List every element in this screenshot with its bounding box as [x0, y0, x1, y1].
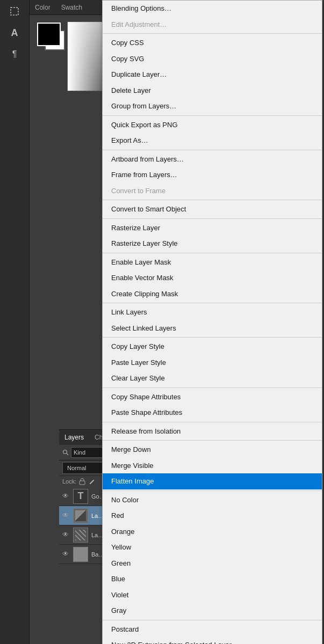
layer-visibility-icon[interactable]: 👁 [62, 492, 71, 501]
tool-marquee[interactable] [4, 1, 25, 21]
menu-item-link-layers[interactable]: Link Layers [103, 304, 322, 320]
layer-visibility-icon-4[interactable]: 👁 [62, 550, 71, 559]
menu-separator-after-convert-to-smart-object [103, 218, 322, 219]
menu-item-group-from-layers[interactable]: Group from Layers… [103, 98, 322, 114]
lock-label: Lock: [62, 478, 76, 485]
layer-thumbnail-2 [73, 508, 88, 523]
svg-line-2 [67, 453, 68, 455]
menu-separator-after-export-as [103, 150, 322, 150]
menu-item-quick-export-png[interactable]: Quick Export as PNG [103, 117, 322, 133]
tab-layers[interactable]: Layers [59, 431, 89, 443]
svg-point-1 [63, 450, 67, 454]
layer-visibility-icon-2[interactable]: 👁 [62, 511, 71, 520]
menu-item-convert-to-smart-object[interactable]: Convert to Smart Object [103, 201, 322, 217]
menu-separator-after-select-linked-layers [103, 337, 322, 338]
menu-item-edit-adjustment: Edit Adjustment… [103, 17, 322, 33]
menu-item-copy-shape-attributes[interactable]: Copy Shape Attributes [103, 389, 322, 405]
menu-item-postcard[interactable]: Postcard [103, 621, 322, 638]
menu-item-paste-layer-style[interactable]: Paste Layer Style [103, 355, 322, 371]
menu-item-release-from-isolation[interactable]: Release from Isolation [103, 423, 322, 440]
brush-icon[interactable] [88, 478, 96, 485]
menu-separator-after-paste-shape-attributes [103, 422, 322, 422]
lock-icon[interactable] [78, 478, 86, 485]
menu-separator-after-gray [103, 620, 322, 620]
menu-item-yellow[interactable]: Yellow [103, 539, 322, 555]
svg-rect-3 [80, 481, 85, 485]
menu-item-duplicate-layer[interactable]: Duplicate Layer… [103, 67, 322, 83]
menu-separator-after-clear-layer-style [103, 387, 322, 388]
menu-item-delete-layer[interactable]: Delete Layer [103, 83, 322, 99]
layer-thumbnail-4 [73, 547, 88, 562]
menu-item-new-3d-extrusion-selected[interactable]: New 3D Extrusion from Selected Layer [103, 637, 322, 644]
menu-item-blue[interactable]: Blue [103, 571, 322, 587]
menu-item-rasterize-layer[interactable]: Rasterize Layer [103, 220, 322, 236]
menu-item-orange[interactable]: Orange [103, 524, 322, 540]
layer-visibility-icon-3[interactable]: 👁 [62, 531, 71, 539]
menu-item-clear-layer-style[interactable]: Clear Layer Style [103, 370, 322, 386]
search-icon [62, 449, 69, 456]
menu-item-frame-from-layers[interactable]: Frame from Layers… [103, 167, 322, 183]
menu-item-red[interactable]: Red [103, 508, 322, 524]
menu-item-violet[interactable]: Violet [103, 587, 322, 603]
menu-item-gray[interactable]: Gray [103, 603, 322, 619]
tab-color[interactable]: Color [30, 2, 56, 13]
menu-item-merge-visible[interactable]: Merge Visible [103, 458, 322, 474]
menu-item-artboard-from-layers[interactable]: Artboard from Layers… [103, 151, 322, 167]
menu-item-no-color[interactable]: No Color [103, 492, 322, 508]
foreground-color-swatch[interactable] [37, 23, 61, 46]
menu-item-blending-options[interactable]: Blending Options… [103, 1, 322, 17]
menu-item-convert-to-frame: Convert to Frame [103, 183, 322, 199]
menu-item-paste-shape-attributes[interactable]: Paste Shape Attributes [103, 405, 322, 421]
tool-type[interactable]: A [4, 23, 25, 43]
menu-item-enable-vector-mask[interactable]: Enable Vector Mask [103, 270, 322, 286]
menu-item-rasterize-layer-style[interactable]: Rasterize Layer Style [103, 236, 322, 252]
left-toolbar: A ¶ [0, 0, 30, 644]
color-preview-box [37, 23, 69, 55]
layer-thumbnail-3 [73, 528, 88, 543]
menu-item-create-clipping-mask[interactable]: Create Clipping Mask [103, 286, 322, 302]
layer-thumbnail-text: T [73, 489, 88, 504]
menu-separator-after-create-clipping-mask [103, 303, 322, 303]
menu-separator-after-convert-to-frame [103, 200, 322, 200]
menu-separator-after-flatten-image [103, 491, 322, 491]
menu-separator-after-edit-adjustment [103, 33, 322, 34]
menu-item-copy-svg[interactable]: Copy SVG [103, 51, 322, 67]
menu-item-merge-down[interactable]: Merge Down [103, 442, 322, 458]
menu-item-copy-css[interactable]: Copy CSS [103, 35, 322, 51]
menu-item-export-as[interactable]: Export As… [103, 133, 322, 149]
menu-separator-after-release-from-isolation [103, 440, 322, 441]
menu-item-green[interactable]: Green [103, 555, 322, 572]
menu-separator-after-rasterize-layer-style [103, 253, 322, 253]
menu-item-flatten-image[interactable]: Flatten Image [103, 473, 322, 489]
tab-swatch[interactable]: Swatch [56, 2, 88, 13]
tool-paragraph[interactable]: ¶ [4, 44, 25, 64]
menu-separator-after-group-from-layers [103, 115, 322, 116]
menu-item-select-linked-layers[interactable]: Select Linked Layers [103, 320, 322, 336]
menu-item-copy-layer-style[interactable]: Copy Layer Style [103, 339, 322, 355]
context-menu: Blending Options…Edit Adjustment…Copy CS… [102, 0, 322, 644]
menu-item-enable-layer-mask[interactable]: Enable Layer Mask [103, 254, 322, 270]
svg-rect-0 [11, 8, 18, 15]
